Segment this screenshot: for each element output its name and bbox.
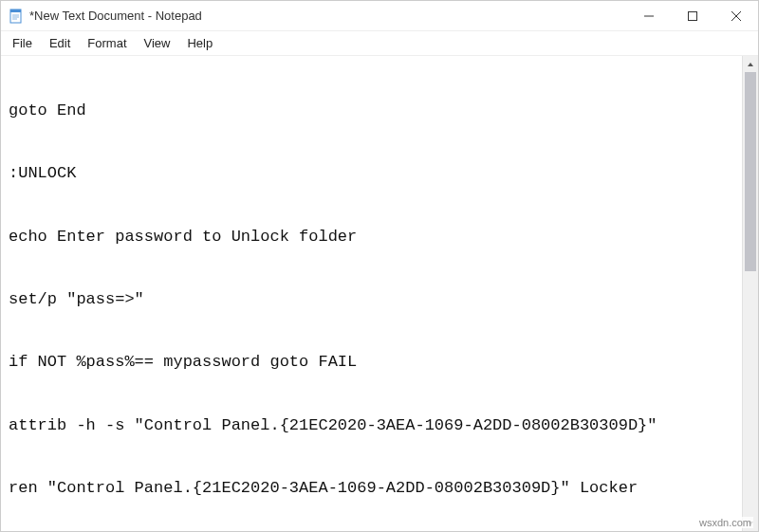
notepad-window: *New Text Document - Notepad File Edit F… (0, 0, 759, 532)
svg-rect-6 (689, 11, 697, 20)
text-editor[interactable]: goto End :UNLOCK echo Enter password to … (1, 56, 742, 531)
notepad-icon (9, 9, 24, 24)
menu-help[interactable]: Help (179, 33, 220, 53)
menu-view[interactable]: View (137, 33, 178, 53)
scroll-thumb[interactable] (745, 72, 756, 271)
close-button[interactable] (714, 1, 758, 30)
minimize-button[interactable] (627, 1, 671, 30)
menu-edit[interactable]: Edit (42, 33, 78, 53)
titlebar[interactable]: *New Text Document - Notepad (1, 1, 758, 31)
content-area: goto End :UNLOCK echo Enter password to … (1, 56, 758, 531)
svg-marker-9 (748, 63, 753, 66)
vertical-scrollbar[interactable] (742, 56, 758, 531)
scroll-track[interactable] (743, 72, 758, 515)
maximize-button[interactable] (671, 1, 714, 30)
menu-file[interactable]: File (5, 33, 40, 53)
watermark: wsxdn.com (697, 517, 753, 528)
window-title: *New Text Document - Notepad (29, 9, 202, 23)
scroll-up-arrow-icon[interactable] (743, 56, 758, 72)
window-controls (627, 1, 758, 30)
svg-rect-1 (10, 9, 21, 12)
menu-format[interactable]: Format (80, 33, 134, 53)
menubar: File Edit Format View Help (1, 31, 758, 56)
